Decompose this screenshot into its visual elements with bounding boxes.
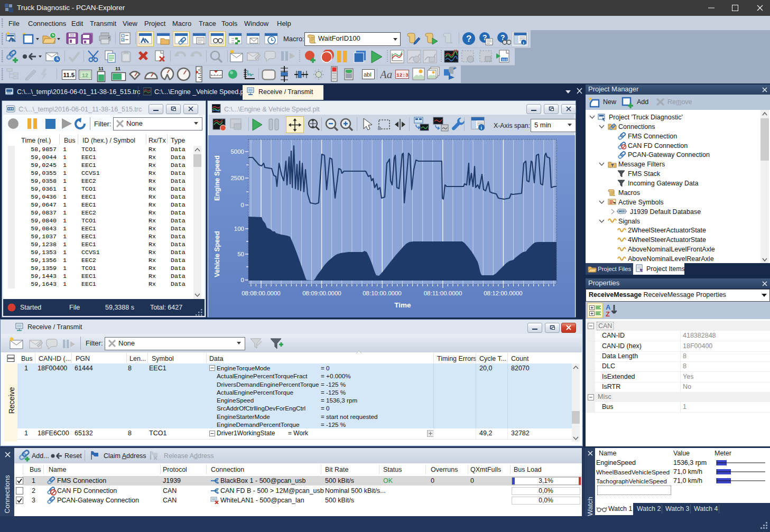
svg-text:Z: Z (606, 310, 610, 318)
svg-text:11.5: 11.5 (63, 72, 75, 78)
svg-text:11: 11 (115, 66, 121, 71)
svg-text:08:08:00.0000: 08:08:00.0000 (242, 290, 281, 296)
svg-text:0: 0 (241, 277, 244, 283)
svg-text:5000: 5000 (230, 148, 244, 155)
svg-text:?: ? (466, 34, 471, 44)
svg-text:100: 100 (234, 226, 244, 232)
svg-text:0: 0 (241, 202, 244, 208)
svg-text:2500: 2500 (230, 175, 244, 181)
svg-text:12: 12 (82, 73, 88, 79)
svg-text:Time: Time (394, 301, 411, 309)
svg-text:Engine Speed: Engine Speed (213, 155, 221, 201)
svg-text:abl: abl (364, 71, 372, 78)
svg-text:08:11:00.0000: 08:11:00.0000 (424, 290, 462, 296)
svg-text:08:10:00.0000: 08:10:00.0000 (363, 290, 402, 296)
svg-text:50: 50 (237, 251, 244, 257)
svg-text:CAN: CAN (619, 210, 625, 213)
svg-text:Vehicle Speed: Vehicle Speed (213, 231, 221, 277)
svg-text:010: 010 (502, 58, 508, 62)
svg-text:08:12:00.0000: 08:12:00.0000 (484, 290, 523, 296)
svg-text:08:09:00.0000: 08:09:00.0000 (302, 290, 341, 296)
svg-text:i: i (523, 41, 524, 45)
svg-text:Aa: Aa (380, 68, 392, 81)
svg-text:11: 11 (98, 66, 104, 71)
svg-text:i: i (481, 125, 483, 130)
svg-text:12:37: 12:37 (396, 72, 409, 78)
